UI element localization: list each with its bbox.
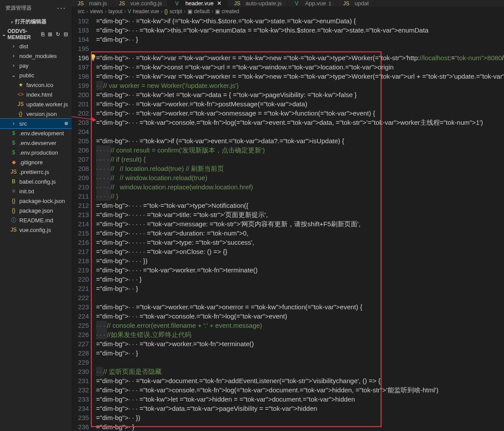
code-line[interactable]: · · · · // const result = confirm('发现新版本… (96, 145, 504, 155)
open-editors-header[interactable]: › 打开的编辑器 (0, 16, 72, 27)
code-line[interactable]: · · // 监听页面是否隐藏 (96, 367, 504, 376)
code-content[interactable]: ="dim-bg">· · ="tok-kw">if (="tok-kw">th… (96, 16, 504, 431)
new-folder-icon[interactable]: ⊞ (48, 31, 52, 37)
code-line[interactable]: ="dim-bg">· · · ="tok-var">console.="tok… (96, 118, 504, 127)
breadcrumb-item[interactable]: ▣created (215, 8, 239, 14)
code-line[interactable]: ="dim-bg">· · }) (96, 413, 504, 422)
code-line[interactable]: ="dim-bg">· } (96, 422, 504, 431)
code-line[interactable]: ="dim-bg">· · ="tok-var">worker.="tok-va… (96, 109, 504, 118)
project-header[interactable]: ⌄ ODDV5-MEMBER ⎘ ⊞ ↻ ⊟ (0, 27, 72, 41)
folder-item[interactable]: ›pay (0, 61, 72, 70)
code-line[interactable]: ="dim-bg">· · ="tok-kw">var ="tok-var">w… (96, 72, 504, 81)
code-line[interactable]: ="dim-bg">· · ="tok-kw">if (="tok-kw">th… (96, 16, 504, 25)
file-item[interactable]: <>index.html (0, 90, 72, 99)
code-line[interactable]: ="dim-bg">· · · · · ="tok-var">duration:… (96, 228, 504, 238)
code-line[interactable]: · · · · // } (96, 192, 504, 201)
code-line[interactable] (96, 44, 504, 53)
breadcrumb-label: layout (108, 8, 122, 14)
file-item[interactable]: {}package-lock.json (0, 196, 72, 206)
code-line[interactable]: ="dim-bg">· · · ="tok-var">data.="tok-va… (96, 404, 504, 413)
code-line[interactable]: ="dim-bg">· · · } (96, 275, 504, 284)
code-line[interactable]: ="dim-bg">· · ="tok-var">document.="tok-… (96, 376, 504, 385)
code-line[interactable]: ="dim-bg">· · } (96, 284, 504, 293)
code-line[interactable]: ="dim-bg">· · ="tok-var">worker.="tok-va… (96, 302, 504, 311)
code-line[interactable] (96, 293, 504, 302)
file-item[interactable]: Bbabel.config.js (0, 177, 72, 186)
file-item[interactable]: $.env.development (0, 128, 72, 138)
code-line[interactable]: · · · · // if (result) { (96, 155, 504, 164)
tab-App-vue[interactable]: VApp.vue1 (288, 0, 337, 7)
file-item[interactable]: ≡init.txt (0, 186, 72, 196)
code-line[interactable]: ="dim-bg">· · · ="tok-kw">let ="tok-var"… (96, 395, 504, 404)
code-line[interactable]: ="dim-bg">· · · ="tok-var">console.="tok… (96, 311, 504, 321)
chevron-right-icon: › (10, 53, 18, 59)
file-item[interactable]: ★favicon.ico (0, 80, 72, 90)
file-item[interactable]: JSupdate.worker.js (0, 99, 72, 109)
folder-item[interactable]: ⌄public (0, 70, 72, 80)
tab-updat[interactable]: JSupdat (337, 0, 375, 7)
code-line[interactable]: · · · · // // window.location.reload(tru… (96, 173, 504, 182)
folder-item[interactable]: ›dist (0, 41, 72, 51)
code-line[interactable]: ="dim-bg">· · · · · ="tok-var">title: ="… (96, 210, 504, 219)
chevron-right-icon: › (212, 8, 213, 14)
code-line[interactable]: ="dim-bg">· · · · ="tok-="tok-var">type"… (96, 201, 504, 210)
file-item[interactable]: ◆.gitignore (0, 157, 72, 167)
code-line[interactable]: ="dim-bg">· · ="tok-kw">const ="tok-var"… (96, 62, 504, 72)
code-line[interactable]: ="dim-bg">· · } (96, 348, 504, 358)
breadcrumb-item[interactable]: ▣default (187, 8, 210, 14)
file-item[interactable]: {}package.json (0, 206, 72, 215)
tree-label: babel.config.js (19, 178, 56, 185)
breadcrumb-item[interactable]: Vheader.vue (128, 8, 159, 14)
code-line[interactable] (96, 127, 504, 136)
file-item[interactable]: {}version.json (0, 109, 72, 119)
code-line[interactable]: · · · //如果发生错误,立即终止代码 (96, 330, 504, 339)
code-area[interactable]: 💡 19219319419519619719819920020120220320… (72, 16, 504, 431)
code-line[interactable]: ="dim-bg">· · · · ="tok-var">worker.="to… (96, 265, 504, 275)
breadcrumb-item[interactable]: views (90, 8, 103, 14)
code-line[interactable]: · · · · // window.location.replace(windo… (96, 182, 504, 192)
more-icon[interactable]: ··· (57, 4, 66, 13)
file-item[interactable]: JS.prettierrc.js (0, 167, 72, 177)
new-file-icon[interactable]: ⎘ (41, 31, 44, 37)
tab-main-js[interactable]: JSmain.js (72, 0, 113, 7)
breadcrumb-item[interactable]: layout (108, 8, 122, 14)
file-item[interactable]: JSvue.config.js (0, 225, 72, 235)
code-line[interactable]: ="dim-bg">· · · · · ="tok-var">message: … (96, 219, 504, 228)
code-line[interactable]: ="dim-bg">· · · · · ="tok-var">type: ="t… (96, 238, 504, 247)
code-line[interactable]: ="dim-bg">· · ="tok-kw">var ="tok-var">w… (96, 53, 504, 62)
code-line[interactable]: · · · · // // location.reload(true) // 刷… (96, 164, 504, 173)
refresh-icon[interactable]: ↻ (56, 31, 60, 37)
lightbulb-icon[interactable]: 💡 (89, 53, 97, 62)
breadcrumb-item[interactable]: {}script (164, 8, 182, 14)
code-line[interactable]: ="dim-bg">· · · · }) (96, 256, 504, 265)
code-line[interactable]: · · // var worker = new Worker('/update.… (96, 81, 504, 90)
tree-label: update.worker.js (26, 101, 68, 108)
code-line[interactable]: ="dim-bg">· · · · · ="tok-var">onClose: … (96, 247, 504, 256)
line-number: 202 (72, 109, 89, 118)
tree-label: package-lock.json (19, 198, 65, 204)
folder-item[interactable]: ›src (0, 119, 72, 128)
code-line[interactable]: ="dim-bg">· · } (96, 35, 504, 44)
code-line[interactable]: ="dim-bg">· · · ="tok-kw">this.="tok-var… (96, 25, 504, 35)
close-icon[interactable]: ✕ (216, 0, 222, 7)
breadcrumb[interactable]: src›views›layout›Vheader.vue›{}script›▣d… (72, 7, 504, 16)
line-number: 228 (72, 348, 89, 358)
breadcrumb-item[interactable]: src (78, 8, 85, 14)
tab-header-vue[interactable]: Vheader.vue✕ (168, 0, 228, 7)
code-line[interactable]: ="dim-bg">· · ="tok-var">worker.="tok-fn… (96, 99, 504, 109)
folder-item[interactable]: ›node_modules (0, 51, 72, 61)
code-line[interactable] (96, 358, 504, 367)
file-item[interactable]: $.env.devserver (0, 138, 72, 148)
collapse-icon[interactable]: ⊟ (64, 31, 68, 37)
line-number: 205 (72, 136, 89, 145)
code-line[interactable]: ="dim-bg">· · · ="tok-var">console.="tok… (96, 385, 504, 395)
file-item[interactable]: ⓘREADME.md (0, 215, 72, 225)
code-line[interactable]: ="dim-bg">· · · ="tok-var">worker.="tok-… (96, 339, 504, 348)
code-line[interactable]: · · · // console.error(event.filename + … (96, 321, 504, 330)
code-line[interactable]: ="dim-bg">· · · ="tok-kw">if (="tok-var"… (96, 136, 504, 145)
code-line[interactable]: ="dim-bg">· · ="tok-kw">let ="tok-var">d… (96, 90, 504, 99)
file-item[interactable]: $.env.production (0, 148, 72, 157)
env-icon: $ (10, 130, 18, 136)
tab-vue-config-js[interactable]: JSvue.config.js (113, 0, 168, 7)
tab-auto-update-js[interactable]: JSauto-update.js (228, 0, 287, 7)
